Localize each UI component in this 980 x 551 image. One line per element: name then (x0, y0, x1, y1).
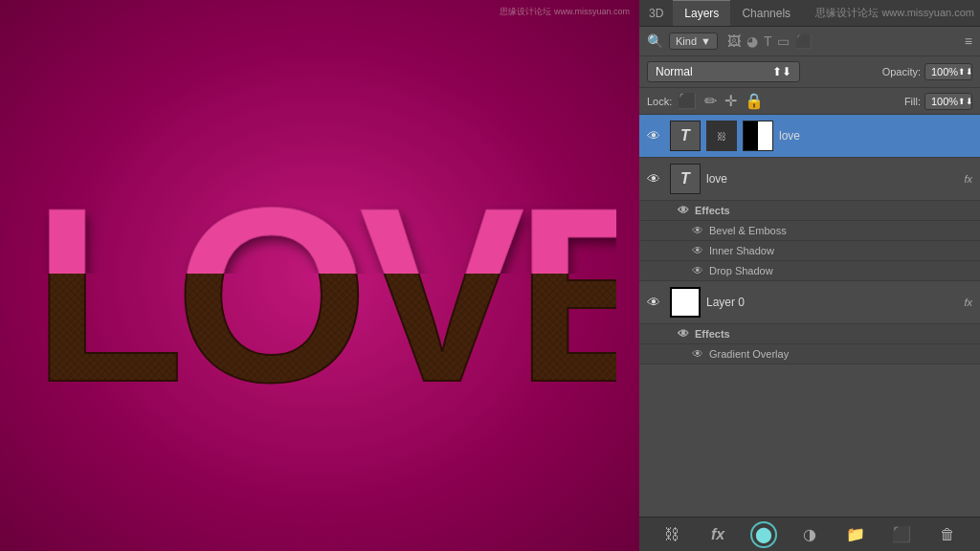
layer-item-love-active[interactable]: 👁 T ⛓ love (639, 115, 980, 158)
lock-row: Lock: ⬛ ✏ ✛ 🔒 Fill: 100% ⬆⬇ (639, 88, 980, 115)
filter-icons: 🖼 ◕ T ▭ ⬛ (727, 33, 813, 49)
layer-thumb-white (670, 287, 701, 318)
fill-input[interactable]: 100% ⬆⬇ (924, 93, 972, 110)
layer-item-layer0[interactable]: 👁 Layer 0 fx (639, 281, 980, 324)
tab-channels[interactable]: Channels (730, 0, 802, 26)
dropdown-arrow-icon: ▼ (701, 35, 711, 47)
visibility-icon-love-active[interactable]: 👁 (647, 128, 664, 143)
watermark-panel: 思缘设计论坛 www.missyuan.com (815, 6, 980, 20)
layer-name-love-text: love (706, 172, 958, 186)
visibility-icon-layer0[interactable]: 👁 (647, 295, 664, 310)
lock-icons: ⬛ ✏ ✛ 🔒 (678, 92, 764, 110)
effects-group-love: 👁 Effects 👁 Bevel & Emboss 👁 Inner Shado… (639, 201, 980, 281)
bevel-visibility-icon[interactable]: 👁 (692, 224, 703, 237)
inner-shadow-visibility-icon[interactable]: 👁 (692, 244, 703, 257)
tab-3d[interactable]: 3D (639, 0, 673, 26)
delete-layer-button[interactable]: 🗑 (934, 521, 961, 548)
panel-area: 3D Layers Channels 思缘设计论坛 www.missyuan.c… (639, 0, 980, 551)
lock-position-icon[interactable]: ✛ (724, 92, 737, 110)
text-filter-icon[interactable]: T (764, 33, 772, 49)
new-layer-button[interactable]: ⬛ (888, 521, 915, 548)
new-group-button[interactable]: 📁 (842, 521, 869, 548)
blend-mode-dropdown[interactable]: Normal ⬆⬇ (647, 61, 800, 82)
layer-name-love-active: love (779, 129, 972, 143)
bottom-toolbar: ⛓ fx ⬤ ◑ 📁 ⬛ 🗑 (639, 517, 980, 551)
layer-name-layer0: Layer 0 (706, 296, 958, 309)
search-icon: 🔍 (647, 33, 663, 49)
effects-group-layer0: 👁 Effects 👁 Gradient Overlay (639, 324, 980, 364)
drop-shadow-visibility-icon[interactable]: 👁 (692, 264, 703, 277)
layer-link-icon: ⛓ (706, 121, 737, 151)
effects-visibility-icon[interactable]: 👁 (678, 204, 689, 217)
layers-spacer (639, 364, 980, 441)
blend-arrow-icon: ⬆⬇ (772, 65, 791, 78)
layer-thumb-blackwhite (743, 121, 773, 151)
visibility-icon-love-text[interactable]: 👁 (647, 171, 664, 187)
fx-badge-love: fx (964, 173, 972, 185)
effect-bevel-emboss[interactable]: 👁 Bevel & Emboss (639, 221, 980, 241)
layer-thumb-text: T (670, 164, 701, 194)
watermark: 思缘设计论坛 www.missyuan.com (500, 6, 630, 18)
canvas-area: 思缘设计论坛 www.missyuan.com (0, 0, 639, 551)
search-row: 🔍 Kind ▼ 🖼 ◕ T ▭ ⬛ ≡ (639, 27, 980, 56)
fill-arrows-icon: ⬆⬇ (958, 97, 973, 106)
shape-filter-icon[interactable]: ▭ (777, 33, 790, 49)
love-artwork: LOVE LOVE LOVE LOVE (23, 122, 616, 429)
opacity-input[interactable]: 100% ⬆⬇ (924, 63, 972, 80)
fill-section: Fill: 100% ⬆⬇ (904, 93, 972, 110)
create-mask-button[interactable]: ◑ (796, 521, 823, 548)
opacity-arrows-icon: ⬆⬇ (958, 67, 973, 77)
layer-thumb-text-active: T (670, 121, 701, 151)
lock-transparency-icon[interactable]: ⬛ (678, 92, 697, 110)
effect-gradient-overlay[interactable]: 👁 Gradient Overlay (639, 344, 980, 364)
effect-inner-shadow[interactable]: 👁 Inner Shadow (639, 241, 980, 261)
fx-badge-layer0: fx (964, 297, 972, 308)
gradient-visibility-icon[interactable]: 👁 (692, 347, 703, 361)
tabs-row: 3D Layers Channels 思缘设计论坛 www.missyuan.c… (639, 0, 980, 27)
effects-visibility-icon-layer0[interactable]: 👁 (678, 327, 689, 341)
effects-header-layer0: 👁 Effects (639, 324, 980, 344)
new-adjustment-button[interactable]: ⬤ (750, 521, 777, 548)
kind-dropdown[interactable]: Kind ▼ (669, 33, 718, 50)
adjust-filter-icon[interactable]: ◕ (746, 33, 758, 49)
tab-layers[interactable]: Layers (673, 0, 730, 26)
layers-list: 👁 T ⛓ love 👁 T love fx 👁 Effects 👁 Bevel… (639, 115, 980, 517)
blend-row: Normal ⬆⬇ Opacity: 100% ⬆⬇ (639, 56, 980, 88)
effect-drop-shadow[interactable]: 👁 Drop Shadow (639, 261, 980, 281)
panel-menu-icon[interactable]: ≡ (965, 33, 972, 49)
fx-button[interactable]: fx (704, 521, 731, 548)
opacity-section: Opacity: 100% ⬆⬇ (882, 63, 972, 80)
lock-all-icon[interactable]: 🔒 (745, 92, 764, 110)
image-filter-icon[interactable]: 🖼 (727, 33, 741, 49)
lock-paint-icon[interactable]: ✏ (704, 92, 717, 110)
layer-item-love-text[interactable]: 👁 T love fx (639, 158, 980, 201)
effects-header-love: 👁 Effects (639, 201, 980, 221)
smart-filter-icon[interactable]: ⬛ (795, 33, 812, 49)
link-layers-button[interactable]: ⛓ (658, 521, 685, 548)
